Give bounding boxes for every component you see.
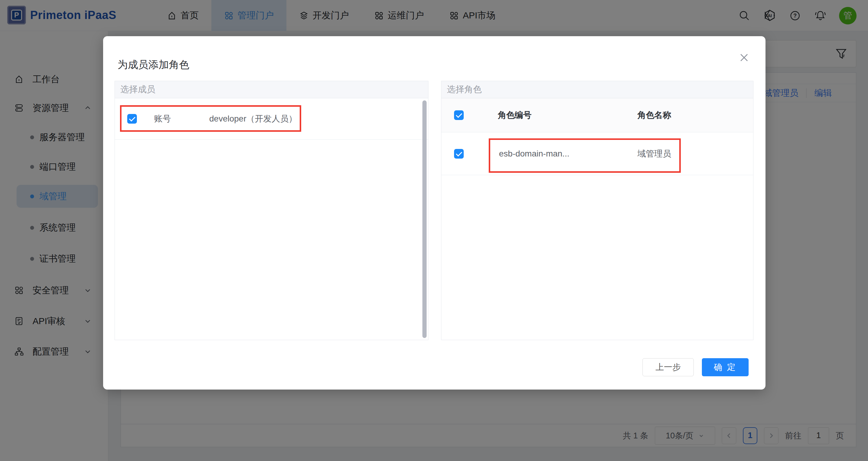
role-name-column-header: 角色名称 xyxy=(638,110,671,121)
confirm-button[interactable]: 确 定 xyxy=(702,358,749,376)
role-table-header-row: 角色编号 角色名称 xyxy=(441,98,753,132)
select-member-header: 选择成员 xyxy=(115,81,428,98)
member-row[interactable]: 账号 developer（开发人员） xyxy=(115,98,428,140)
role-row[interactable]: esb-domain-man... 域管理员 xyxy=(441,132,753,175)
member-label: 账号 xyxy=(154,113,171,125)
previous-step-button[interactable]: 上一步 xyxy=(643,358,694,376)
scrollbar-thumb[interactable] xyxy=(423,100,427,338)
dialog-footer: 上一步 确 定 xyxy=(643,358,749,376)
member-list-scrollbar xyxy=(423,100,427,338)
dialog-title: 为成员添加角色 xyxy=(118,58,189,72)
role-checkbox[interactable] xyxy=(454,149,464,159)
member-value: developer（开发人员） xyxy=(209,113,297,125)
select-all-checkbox[interactable] xyxy=(454,110,464,120)
role-name-cell: 域管理员 xyxy=(638,148,671,159)
role-code-column-header: 角色编号 xyxy=(498,110,531,121)
role-table: 角色编号 角色名称 esb-domain-man... 域管理员 xyxy=(441,98,753,340)
member-checkbox[interactable] xyxy=(127,114,137,124)
select-role-header: 选择角色 xyxy=(441,81,753,98)
add-role-dialog: 为成员添加角色 选择成员 账号 developer（开发人员） 选择角色 角色编… xyxy=(103,36,766,390)
select-role-panel: 选择角色 角色编号 角色名称 esb-domain-man... 域管理员 xyxy=(441,81,753,340)
select-member-panel: 选择成员 账号 developer（开发人员） xyxy=(115,81,428,340)
close-icon[interactable] xyxy=(738,52,750,63)
role-code-cell: esb-domain-man... xyxy=(499,149,569,159)
member-list: 账号 developer（开发人员） xyxy=(115,98,428,340)
